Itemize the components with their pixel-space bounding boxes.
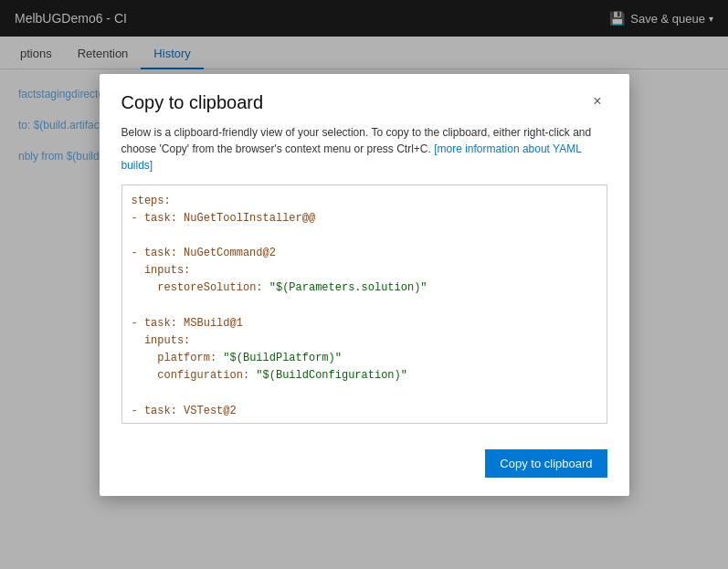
modal-footer: Copy to clipboard xyxy=(100,438,629,496)
copy-to-clipboard-button[interactable]: Copy to clipboard xyxy=(485,449,607,478)
code-content[interactable]: steps: - task: NuGetToolInstaller@@ - ta… xyxy=(122,185,607,423)
code-area-wrapper: steps: - task: NuGetToolInstaller@@ - ta… xyxy=(121,184,607,424)
modal-title: Copy to clipboard xyxy=(121,92,264,113)
close-button[interactable]: × xyxy=(587,92,607,111)
modal-header: Copy to clipboard × xyxy=(100,74,629,124)
copy-clipboard-modal: Copy to clipboard × Below is a clipboard… xyxy=(100,74,629,496)
modal-overlay: Copy to clipboard × Below is a clipboard… xyxy=(0,0,728,569)
modal-description: Below is a clipboard-friendly view of yo… xyxy=(121,124,607,174)
modal-body: Below is a clipboard-friendly view of yo… xyxy=(100,124,629,438)
close-icon: × xyxy=(593,93,601,109)
